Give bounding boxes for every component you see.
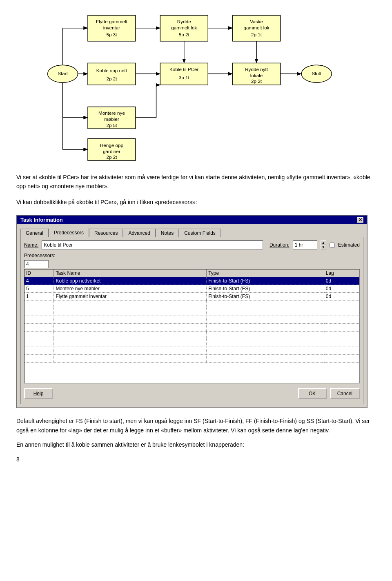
rydde-lok-label2: gammelt lok — [171, 25, 197, 30]
text1-content: Vi ser at «koble til PCer» har tre aktiv… — [16, 174, 370, 189]
henge-label: Henge opp — [100, 142, 124, 148]
table-row[interactable]: 5 Montere nye møbler Finish-to-Start (FS… — [24, 285, 359, 293]
flowchart-svg: Start Flytte gammelt inventar 5p 3t Rydd… — [16, 8, 376, 163]
cell-id: 4 — [24, 277, 54, 285]
ok-cancel-group: OK Cancel — [298, 388, 360, 399]
table-header: ID Task Name Type Lag — [24, 269, 359, 277]
table-row[interactable]: 1 Flytte gammelt inventar Finish-to-Star… — [24, 293, 359, 301]
bottom-text-content: En annen mulighet til å koble sammen akt… — [16, 441, 244, 448]
predecessors-table-wrapper: ID Task Name Type Lag 4 Koble opp nettve… — [24, 269, 360, 383]
name-row: Name: Duration: ▲ ▼ Estimated — [24, 240, 360, 249]
text2-content: Vi kan dobbeltklikke på «koble til PCer»… — [16, 199, 197, 205]
rydde-nytt-label: Rydde nytt — [245, 67, 268, 72]
koble-nett-label2: 2p 2t — [106, 76, 117, 81]
predecessors-table: ID Task Name Type Lag 4 Koble opp nettve… — [24, 269, 359, 363]
cell-type: Finish-to-Start (FS) — [207, 277, 324, 285]
cell-id: 5 — [24, 285, 54, 293]
cell-task-name: Koble opp nettverket — [54, 277, 207, 285]
flytte-label2: inventar — [103, 25, 120, 30]
cell-task-name: Montere nye møbler — [54, 285, 207, 293]
duration-label: Duration: — [270, 242, 290, 248]
tab-content: Name: Duration: ▲ ▼ Estimated Predecesso… — [20, 237, 363, 404]
slutt-label: Slutt — [312, 71, 322, 76]
montere-label2: møbler — [104, 116, 119, 122]
table-row[interactable]: 4 Koble opp nettverket Finish-to-Start (… — [24, 277, 359, 285]
rydde-nytt-label2: lokale — [250, 73, 263, 78]
spin-down-button[interactable]: ▼ — [321, 245, 326, 249]
tab-advanced[interactable]: Advanced — [123, 229, 155, 237]
arrow-start-flytte — [63, 28, 87, 65]
table-row-empty — [24, 316, 359, 324]
estimated-checkbox[interactable] — [330, 243, 335, 248]
koble-nett-label: Koble opp nett — [96, 68, 127, 73]
montere-label: Montere nye — [98, 110, 125, 116]
close-button[interactable]: ✕ — [357, 217, 363, 223]
koble-pcer-label2: 3p 1t — [179, 75, 190, 80]
arrow-montere-koble — [136, 85, 159, 118]
cell-id: 1 — [24, 293, 54, 301]
start-label: Start — [58, 71, 68, 76]
spin-up-button[interactable]: ▲ — [321, 240, 326, 245]
dialog-body: General Predecessors Resources Advanced … — [17, 224, 367, 407]
col-type: Type — [207, 269, 324, 277]
ok-button[interactable]: OK — [298, 388, 327, 399]
page-number: 8 — [16, 456, 376, 463]
arrow-start-montere — [63, 82, 87, 118]
arrow-start-henge — [63, 82, 87, 149]
tab-general[interactable]: General — [20, 229, 49, 237]
tab-resources[interactable]: Resources — [89, 229, 123, 237]
cell-lag: 0d — [324, 277, 359, 285]
flytte-label3: 5p 3t — [106, 32, 117, 37]
table-row-empty — [24, 301, 359, 308]
rydde-nytt-label3: 2p 2t — [251, 78, 262, 84]
henge-label3: 2p 2t — [106, 154, 117, 160]
help-button[interactable]: Help — [24, 388, 53, 399]
table-row-empty — [24, 308, 359, 316]
task-information-dialog: Task Information ✕ General Predecessors … — [16, 215, 368, 408]
table-row-empty — [24, 355, 359, 363]
col-id: ID — [24, 269, 54, 277]
vaske-label2: gammelt lok — [244, 25, 270, 30]
koble-pcer-label: Koble til PCer — [169, 67, 199, 72]
name-input[interactable] — [42, 240, 263, 249]
body-text-1: Vi ser at «koble til PCer» har tre aktiv… — [16, 173, 376, 191]
bottom-text: En annen mulighet til å koble sammen akt… — [16, 441, 376, 448]
table-row-empty — [24, 347, 359, 355]
cell-lag: 0d — [324, 293, 359, 301]
body-text-3: Default avhengighet er FS (Finish to sta… — [16, 416, 376, 435]
body-text-2: Vi kan dobbeltklikke på «koble til PCer»… — [16, 198, 376, 207]
predecessors-input-row — [24, 260, 360, 268]
col-task-name: Task Name — [54, 269, 207, 277]
pred-id-input[interactable] — [24, 260, 49, 268]
flytte-label: Flytte gammelt — [96, 19, 127, 24]
table-body: 4 Koble opp nettverket Finish-to-Start (… — [24, 277, 359, 363]
cell-type: Finish-to-Start (FS) — [207, 293, 324, 301]
rydde-lok-label3: 5p 2t — [179, 32, 190, 37]
tab-custom-fields[interactable]: Custom Fields — [179, 229, 221, 237]
vaske-label: Vaske — [250, 19, 263, 24]
tab-bar: General Predecessors Resources Advanced … — [20, 227, 363, 237]
dialog-title: Task Information — [20, 217, 63, 223]
cell-lag: 0d — [324, 285, 359, 293]
vaske-label3: 2p 1t — [251, 32, 262, 37]
henge-label2: gardiner — [103, 149, 120, 154]
rydde-lok-label: Rydde — [177, 19, 191, 24]
text3-content: Default avhengighet er FS (Finish to sta… — [16, 418, 370, 433]
duration-input[interactable] — [293, 240, 317, 249]
table-row-empty — [24, 339, 359, 347]
montere-label3: 2p 5t — [106, 122, 117, 128]
dialog-bottom-bar: Help OK Cancel — [24, 387, 360, 401]
flowchart-area: Start Flytte gammelt inventar 5p 3t Rydd… — [16, 8, 376, 165]
name-label: Name: — [24, 242, 38, 248]
cell-task-name: Flytte gammelt inventar — [54, 293, 207, 301]
table-row-empty — [24, 332, 359, 339]
page-number-content: 8 — [16, 456, 20, 463]
cell-type: Finish-to-Start (FS) — [207, 285, 324, 293]
table-row-empty — [24, 324, 359, 332]
tab-notes[interactable]: Notes — [156, 229, 179, 237]
header-row: ID Task Name Type Lag — [24, 269, 359, 277]
dialog-titlebar: Task Information ✕ — [17, 216, 367, 224]
duration-spinner[interactable]: ▲ ▼ — [321, 240, 326, 249]
cancel-button[interactable]: Cancel — [330, 388, 360, 399]
tab-predecessors[interactable]: Predecessors — [49, 228, 89, 237]
